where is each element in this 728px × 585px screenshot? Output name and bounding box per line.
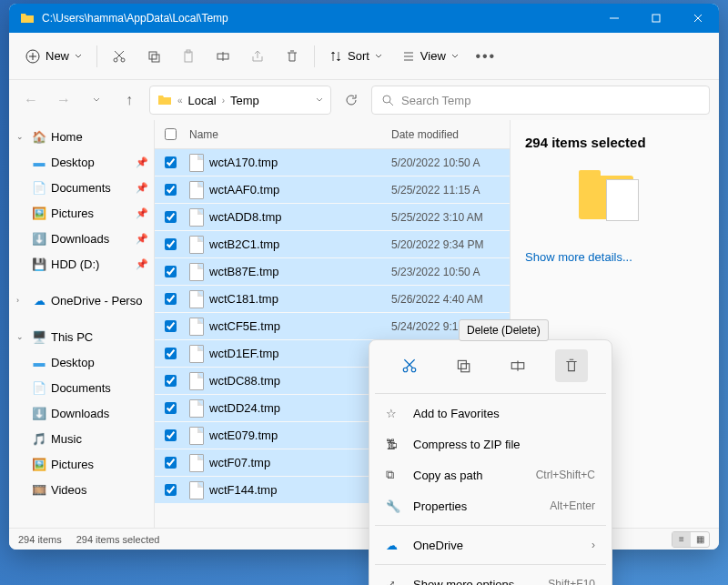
column-name[interactable]: Name — [186, 128, 391, 141]
ctx-copypath[interactable]: ⧉Copy as pathCtrl+Shift+C — [375, 459, 606, 490]
file-name: wctA170.tmp — [209, 156, 278, 169]
row-checkbox[interactable] — [165, 402, 177, 414]
forward-button[interactable]: → — [51, 87, 76, 113]
sidebar-item-hdd[interactable]: 💾HDD (D:)📌 — [9, 251, 154, 277]
file-icon — [189, 481, 204, 499]
sidebar-item-pictures[interactable]: 🖼️Pictures📌 — [9, 200, 154, 226]
pc-icon: 🖥️ — [31, 328, 47, 345]
minimize-button[interactable] — [593, 4, 635, 33]
sidebar-item-documents[interactable]: 📄Documents📌 — [9, 175, 154, 200]
row-checkbox[interactable] — [165, 375, 177, 387]
share-button[interactable] — [241, 40, 274, 73]
file-row[interactable]: wctC181.tmp5/26/2022 4:40 AM — [155, 286, 510, 313]
file-name: wctC181.tmp — [209, 292, 278, 306]
file-name: wctE079.tmp — [209, 429, 278, 442]
breadcrumb-segment[interactable]: Local — [188, 94, 217, 107]
window-title: C:\Users\hamma\AppData\Local\Temp — [42, 12, 593, 25]
file-icon — [189, 399, 204, 418]
rename-button[interactable] — [207, 40, 239, 73]
refresh-button[interactable] — [339, 87, 364, 113]
delete-button[interactable] — [276, 40, 308, 73]
thumbnails-view-icon[interactable]: ▦ — [691, 532, 709, 547]
ctx-rename-button[interactable] — [501, 349, 534, 382]
chevron-down-icon[interactable] — [316, 96, 323, 104]
breadcrumb-segment[interactable]: Temp — [230, 94, 259, 107]
row-checkbox[interactable] — [165, 184, 177, 196]
titlebar[interactable]: C:\Users\hamma\AppData\Local\Temp — [9, 4, 719, 33]
copy-button[interactable] — [137, 40, 170, 73]
document-icon: 📄 — [31, 179, 47, 196]
maximize-button[interactable] — [635, 4, 677, 33]
sidebar-item-desktop[interactable]: ▬Desktop📌 — [9, 149, 154, 175]
pin-icon: 📌 — [136, 258, 148, 270]
row-checkbox[interactable] — [165, 484, 177, 496]
paste-button[interactable] — [172, 40, 205, 73]
ctx-copy-button[interactable] — [447, 349, 480, 382]
row-checkbox[interactable] — [165, 320, 177, 332]
row-checkbox[interactable] — [165, 457, 177, 469]
plus-circle-icon — [25, 49, 40, 64]
sidebar-item-pc-desktop[interactable]: ▬Desktop — [9, 349, 154, 375]
ctx-delete-button[interactable] — [555, 349, 588, 382]
svg-point-9 — [383, 96, 390, 103]
chevron-right-icon: › — [592, 539, 595, 551]
file-row[interactable]: wctADD8.tmp5/25/2022 3:10 AM — [155, 204, 510, 231]
file-row[interactable]: wctA170.tmp5/20/2022 10:50 A — [155, 149, 510, 177]
sidebar-item-pc-pictures[interactable]: 🖼️Pictures — [9, 451, 154, 477]
zip-icon: 🗜 — [386, 438, 402, 451]
column-date[interactable]: Date modified — [391, 128, 510, 141]
recent-button[interactable] — [84, 87, 109, 113]
context-menu: ☆Add to Favorites 🗜Compress to ZIP file … — [369, 339, 612, 585]
row-checkbox[interactable] — [165, 238, 177, 250]
file-row[interactable]: wctB2C1.tmp5/20/2022 9:34 PM — [155, 231, 510, 258]
file-name: wctDD24.tmp — [209, 401, 280, 415]
show-more-link[interactable]: Show more details... — [525, 250, 704, 264]
select-all-checkbox[interactable] — [155, 128, 186, 140]
view-toggle[interactable]: ≡ ▦ — [672, 531, 710, 548]
file-name: wctAAF0.tmp — [209, 183, 279, 197]
back-button[interactable]: ← — [18, 87, 44, 113]
file-row[interactable]: wctAAF0.tmp5/25/2022 11:15 A — [155, 177, 510, 204]
row-checkbox[interactable] — [165, 266, 177, 277]
row-checkbox[interactable] — [165, 293, 177, 305]
sidebar-item-pc-documents[interactable]: 📄Documents — [9, 375, 154, 400]
svg-rect-4 — [149, 52, 157, 59]
ctx-onedrive[interactable]: ☁OneDrive› — [375, 530, 606, 560]
sidebar-item-onedrive[interactable]: ›☁OneDrive - Perso — [9, 287, 154, 313]
file-icon — [189, 208, 204, 227]
file-explorer-window: C:\Users\hamma\AppData\Local\Temp New So… — [9, 4, 719, 550]
file-row[interactable]: wctB87E.tmp5/23/2022 10:50 A — [155, 258, 510, 286]
more-button[interactable]: ••• — [470, 40, 502, 73]
row-checkbox[interactable] — [165, 211, 177, 223]
ctx-favorites[interactable]: ☆Add to Favorites — [375, 398, 606, 429]
sidebar-item-home[interactable]: ⌄🏠Home — [9, 124, 154, 149]
ctx-more[interactable]: ⤢Show more optionsShift+F10 — [375, 569, 606, 585]
refresh-icon — [345, 94, 358, 106]
sidebar-item-pc-downloads[interactable]: ⬇️Downloads — [9, 400, 154, 426]
sidebar-item-downloads[interactable]: ⬇️Downloads📌 — [9, 226, 154, 251]
view-button[interactable]: View — [393, 44, 468, 68]
selection-thumbnail — [579, 168, 652, 232]
cut-button[interactable] — [103, 40, 136, 73]
delete-tooltip: Delete (Delete) — [459, 319, 549, 341]
scissors-icon — [401, 358, 418, 374]
ctx-zip[interactable]: 🗜Compress to ZIP file — [375, 429, 606, 459]
svg-rect-0 — [652, 15, 660, 22]
new-button[interactable]: New — [16, 44, 91, 69]
row-checkbox[interactable] — [165, 429, 177, 441]
row-checkbox[interactable] — [165, 348, 177, 359]
breadcrumb[interactable]: « Local › Temp — [149, 86, 331, 115]
sort-button[interactable]: Sort — [320, 44, 391, 68]
ctx-cut-button[interactable] — [393, 349, 426, 382]
ctx-properties[interactable]: 🔧PropertiesAlt+Enter — [375, 490, 606, 521]
file-row[interactable]: wctCF5E.tmp5/24/2022 9:10 — [155, 313, 510, 340]
file-date: 5/25/2022 11:15 A — [391, 184, 510, 197]
row-checkbox[interactable] — [165, 156, 177, 168]
details-view-icon[interactable]: ≡ — [672, 532, 691, 547]
search-input[interactable]: Search Temp — [371, 86, 710, 115]
sidebar-item-pc-music[interactable]: 🎵Music — [9, 426, 154, 451]
sidebar-item-thispc[interactable]: ⌄🖥️This PC — [9, 324, 154, 349]
close-button[interactable] — [677, 4, 719, 33]
sidebar-item-pc-videos[interactable]: 🎞️Videos — [9, 477, 154, 502]
up-button[interactable]: ↑ — [116, 87, 142, 113]
